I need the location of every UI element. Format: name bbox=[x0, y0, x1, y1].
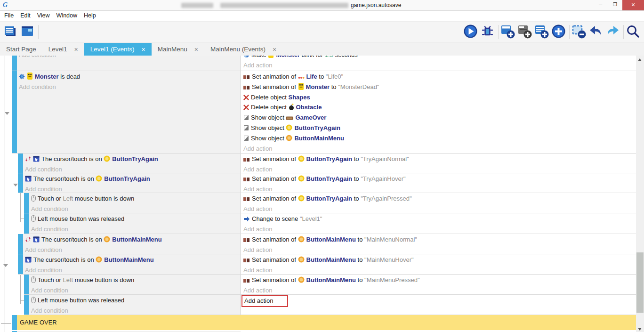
comment-row[interactable]: GAME OVER bbox=[12, 315, 644, 330]
event-selector-bar[interactable] bbox=[24, 213, 29, 234]
action-item[interactable]: Delete object Obstacle bbox=[243, 102, 636, 113]
menu-edit[interactable]: Edit bbox=[17, 11, 34, 20]
remove-selection-button[interactable] bbox=[571, 24, 588, 40]
action-item[interactable]: Make Monster blink for 1.5 seconds bbox=[243, 56, 636, 60]
condition-item[interactable]: Touch or Left mouse button is down bbox=[31, 194, 241, 204]
conditions-cell[interactable]: Add condition bbox=[17, 56, 241, 71]
event-selector-bar[interactable] bbox=[24, 275, 29, 294]
add-action-placeholder[interactable]: Add action bbox=[243, 164, 636, 173]
condition-item[interactable]: The cursor/touch is on ButtonMainMenu bbox=[25, 235, 241, 245]
tab-close-icon[interactable]: × bbox=[74, 46, 78, 53]
actions-cell[interactable]: Change to scene "Level1"Add action bbox=[241, 213, 636, 234]
event-selector-bar[interactable] bbox=[18, 154, 23, 173]
action-item[interactable]: Change to scene "Level1" bbox=[243, 214, 636, 224]
tab-level1[interactable]: Level1× bbox=[42, 43, 84, 56]
action-item[interactable]: Show object ButtonTryAgain bbox=[243, 123, 636, 133]
tab-level1-events-[interactable]: Level1 (Events)× bbox=[84, 43, 152, 56]
add-circle-button[interactable] bbox=[551, 24, 568, 40]
event-selector-bar[interactable] bbox=[24, 193, 29, 213]
search-button[interactable] bbox=[625, 24, 642, 40]
action-item[interactable]: Show object GameOver bbox=[243, 113, 636, 123]
event-selector-bar[interactable] bbox=[24, 295, 29, 315]
scroll-up-icon[interactable] bbox=[638, 58, 642, 61]
collapse-arrow-icon[interactable] bbox=[13, 184, 18, 186]
condition-item[interactable]: Left mouse button was released bbox=[31, 214, 241, 224]
actions-cell[interactable]: Add action bbox=[241, 295, 636, 315]
scroll-down-icon[interactable] bbox=[638, 328, 642, 331]
add-action-placeholder[interactable]: Add action bbox=[243, 184, 636, 193]
menu-window[interactable]: Window bbox=[53, 11, 80, 20]
tab-close-icon[interactable]: × bbox=[142, 46, 145, 53]
comment-text[interactable]: GAME OVER bbox=[17, 315, 636, 330]
collapse-arrow-icon[interactable] bbox=[3, 264, 8, 267]
actions-cell[interactable]: Set animation of ButtonMainMenu to "Main… bbox=[241, 234, 636, 254]
add-condition-placeholder[interactable]: Add condition bbox=[25, 265, 241, 274]
menu-file[interactable]: File bbox=[1, 11, 17, 20]
actions-cell[interactable]: Set animation of ButtonTryAgain to "TryA… bbox=[241, 154, 636, 173]
condition-item[interactable]: The cursor/touch is on ButtonTryAgain bbox=[25, 174, 241, 184]
action-item[interactable]: Set animation of ButtonMainMenu to "Main… bbox=[243, 235, 636, 245]
action-item[interactable]: Set animation of Life to "Life0" bbox=[243, 72, 636, 82]
actions-cell[interactable]: Set animation of Life to "Life0"Set anim… bbox=[241, 71, 636, 153]
action-item[interactable]: Set animation of ButtonMainMenu to "Main… bbox=[243, 255, 636, 265]
actions-cell[interactable]: Set animation of ButtonTryAgain to "TryA… bbox=[241, 193, 636, 213]
event-selector-bar[interactable] bbox=[12, 56, 17, 71]
tab-mainmenu-events-[interactable]: MainMenu (Events)× bbox=[204, 43, 282, 56]
add-condition-placeholder[interactable]: Add condition bbox=[31, 306, 241, 315]
conditions-cell[interactable]: The cursor/touch is on ButtonMainMenuAdd… bbox=[23, 234, 241, 254]
action-item[interactable]: Set animation of ButtonTryAgain to "TryA… bbox=[243, 154, 636, 164]
add-comment-button[interactable] bbox=[534, 24, 551, 40]
actions-cell[interactable]: Make Monster blink for 1.5 secondsAdd ac… bbox=[241, 56, 636, 71]
add-action-placeholder[interactable]: Add action bbox=[243, 60, 636, 71]
close-button[interactable]: × bbox=[622, 0, 644, 10]
event-selector-bar[interactable] bbox=[18, 173, 23, 193]
add-condition-placeholder[interactable]: Add condition bbox=[19, 56, 241, 60]
conditions-cell[interactable]: Touch or Left mouse button is downAdd co… bbox=[29, 275, 241, 294]
add-action-placeholder[interactable]: Add action bbox=[243, 224, 636, 234]
tab-close-icon[interactable]: × bbox=[273, 46, 276, 53]
conditions-cell[interactable]: Monster is deadAdd condition bbox=[17, 71, 241, 153]
condition-item[interactable]: Touch or Left mouse button is down bbox=[31, 275, 241, 285]
debug-button[interactable] bbox=[480, 24, 497, 40]
redo-button[interactable] bbox=[605, 24, 622, 40]
minimize-button[interactable]: – bbox=[593, 0, 608, 10]
tab-mainmenu[interactable]: MainMenu× bbox=[152, 43, 204, 56]
add-action-placeholder[interactable]: Add action bbox=[243, 144, 636, 153]
tab-close-icon[interactable]: × bbox=[194, 46, 198, 53]
menu-view[interactable]: View bbox=[34, 11, 53, 20]
actions-cell[interactable]: Set animation of ButtonMainMenu to "Main… bbox=[241, 275, 636, 294]
action-item[interactable]: Set animation of Monster to "MonsterDead… bbox=[243, 82, 636, 92]
add-condition-placeholder[interactable]: Add condition bbox=[31, 224, 241, 234]
add-action-placeholder[interactable]: Add action bbox=[243, 265, 636, 274]
add-action-highlighted[interactable]: Add action bbox=[242, 295, 288, 307]
vertical-scrollbar[interactable] bbox=[636, 56, 644, 332]
action-item[interactable]: Delete object Shapes bbox=[243, 92, 636, 103]
condition-item[interactable]: Left mouse button was released bbox=[31, 295, 241, 306]
action-item[interactable]: Set animation of ButtonMainMenu to "Main… bbox=[243, 275, 636, 285]
add-condition-placeholder[interactable]: Add condition bbox=[25, 184, 241, 193]
action-item[interactable]: Set animation of ButtonTryAgain to "TryA… bbox=[243, 174, 636, 184]
conditions-cell[interactable]: The cursor/touch is on ButtonMainMenuAdd… bbox=[23, 254, 241, 274]
add-condition-placeholder[interactable]: Add condition bbox=[25, 245, 241, 254]
conditions-cell[interactable]: Touch or Left mouse button is downAdd co… bbox=[29, 193, 241, 213]
add-condition-placeholder[interactable]: Add condition bbox=[31, 204, 241, 213]
tab-start-page[interactable]: Start Page bbox=[0, 43, 42, 56]
add-condition-placeholder[interactable]: Add condition bbox=[25, 164, 241, 173]
add-event-button[interactable] bbox=[500, 24, 517, 40]
start-page-window-button[interactable] bbox=[20, 24, 37, 40]
condition-item[interactable]: The cursor/touch is on ButtonMainMenu bbox=[25, 255, 241, 265]
conditions-cell[interactable]: The cursor/touch is on ButtonTryAgainAdd… bbox=[23, 154, 241, 173]
actions-cell[interactable]: Set animation of ButtonTryAgain to "TryA… bbox=[241, 173, 636, 193]
menu-help[interactable]: Help bbox=[80, 11, 99, 20]
add-condition-placeholder[interactable]: Add condition bbox=[31, 285, 241, 294]
scrollbar-thumb[interactable] bbox=[636, 252, 644, 313]
event-selector-bar[interactable] bbox=[12, 71, 17, 153]
event-selector-bar[interactable] bbox=[18, 254, 23, 274]
actions-cell[interactable]: Set animation of ButtonMainMenu to "Main… bbox=[241, 254, 636, 274]
collapse-arrow-icon[interactable] bbox=[5, 112, 9, 115]
condition-item[interactable]: Monster is dead bbox=[19, 72, 241, 82]
conditions-cell[interactable]: Left mouse button was releasedAdd condit… bbox=[29, 295, 241, 315]
play-button[interactable] bbox=[463, 24, 480, 40]
undo-button[interactable] bbox=[588, 24, 605, 40]
add-action-placeholder[interactable]: Add action bbox=[243, 245, 636, 254]
